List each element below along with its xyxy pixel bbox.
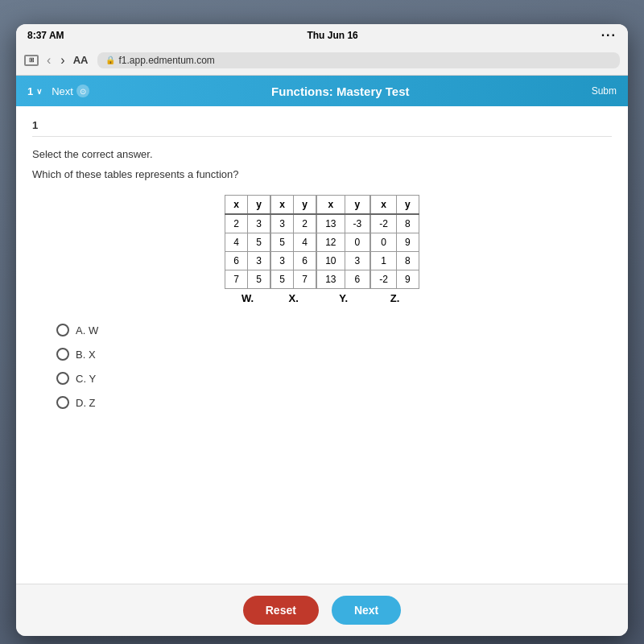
table-row: 32	[271, 214, 316, 233]
chevron-down-icon: ∨	[36, 87, 42, 96]
table-row: 13-3	[317, 214, 370, 233]
table-row: 23	[225, 214, 270, 233]
question-number: 1	[32, 119, 612, 137]
reset-button[interactable]: Reset	[243, 596, 319, 625]
submit-button[interactable]: Subm	[592, 85, 617, 97]
table-row: 63	[225, 252, 270, 270]
table-y-header-x: x	[317, 196, 345, 215]
table-z: x y -28 09 18 -29	[370, 195, 419, 289]
table-x-group: x y 32 54 36 57 X.	[270, 195, 316, 304]
table-w-header-y: y	[248, 196, 270, 215]
choice-d-label: D. Z	[76, 397, 96, 409]
choice-b[interactable]: B. X	[56, 348, 612, 361]
table-x-header-x: x	[271, 196, 294, 215]
question-text: Which of these tables represents a funct…	[32, 168, 612, 180]
radio-c[interactable]	[56, 372, 69, 385]
status-time-date: 8:37 AM	[27, 30, 64, 41]
table-z-group: x y -28 09 18 -29 Z.	[370, 195, 419, 304]
choice-c-label: C. Y	[76, 373, 96, 385]
status-bar: 8:37 AM Thu Jun 16 ···	[16, 24, 628, 47]
table-row: 09	[371, 233, 419, 252]
lock-icon: 🔒	[105, 56, 115, 64]
instruction-text: Select the correct answer.	[32, 148, 612, 160]
radio-d[interactable]	[56, 396, 69, 409]
table-row: 103	[317, 252, 370, 270]
table-row: 18	[371, 252, 419, 270]
tables-container: x y 23 45 63 75 W.	[32, 195, 612, 304]
table-y-group: x y 13-3 120 103 136 Y.	[316, 195, 370, 304]
tablet-frame: 8:37 AM Thu Jun 16 ··· ⊞ ‹ › AA 🔒 f1.app…	[16, 24, 628, 636]
table-w-header-x: x	[225, 196, 248, 215]
table-row: 75	[225, 270, 270, 289]
next-header-label: Next	[52, 85, 73, 97]
answer-choices: A. W B. X C. Y D. Z	[56, 324, 612, 409]
next-header-button[interactable]: Next ⊙	[52, 85, 89, 97]
tables-wrapper: x y 23 45 63 75 W.	[225, 195, 419, 304]
choice-c[interactable]: C. Y	[56, 372, 612, 385]
table-z-label: Z.	[390, 289, 400, 304]
table-z-header-y: y	[396, 196, 419, 215]
browser-chrome: ⊞ ‹ › AA 🔒 f1.app.edmentum.com	[16, 47, 628, 76]
radio-a[interactable]	[56, 324, 69, 336]
radio-b[interactable]	[56, 348, 69, 361]
next-circle-icon: ⊙	[76, 85, 89, 97]
table-x-header-y: y	[294, 196, 316, 215]
header-title: Functions: Mastery Test	[99, 85, 582, 98]
table-w-group: x y 23 45 63 75 W.	[225, 195, 270, 304]
status-date: Thu Jun 16	[307, 30, 357, 41]
back-button[interactable]: ‹	[45, 53, 52, 68]
table-x: x y 32 54 36 57	[270, 195, 316, 289]
desk-background: 8:37 AM Thu Jun 16 ··· ⊞ ‹ › AA 🔒 f1.app…	[0, 0, 644, 644]
url-bar[interactable]: 🔒 f1.app.edmentum.com	[97, 52, 620, 68]
table-row: -28	[371, 214, 419, 233]
tab-icon[interactable]: ⊞	[24, 55, 39, 66]
table-x-label: X.	[288, 289, 298, 304]
table-row: 54	[271, 233, 316, 252]
question-number-nav: 1	[27, 85, 33, 97]
table-w: x y 23 45 63 75	[225, 195, 270, 289]
table-row: 120	[317, 233, 370, 252]
table-row: 45	[225, 233, 270, 252]
table-row: 57	[271, 270, 316, 289]
table-y: x y 13-3 120 103 136	[316, 195, 370, 289]
table-w-label: W.	[242, 289, 254, 304]
choice-b-label: B. X	[76, 349, 96, 361]
choice-a[interactable]: A. W	[56, 324, 612, 336]
content-area: 1 Select the correct answer. Which of th…	[16, 106, 628, 584]
table-y-label: Y.	[339, 289, 348, 304]
status-dots: ···	[601, 28, 617, 43]
url-text: f1.app.edmentum.com	[118, 55, 214, 66]
table-row: -29	[371, 270, 419, 289]
app-header: 1 ∨ Next ⊙ Functions: Mastery Test Subm	[16, 76, 628, 106]
question-nav[interactable]: 1 ∨	[27, 85, 42, 97]
aa-label[interactable]: AA	[73, 54, 89, 66]
next-button[interactable]: Next	[332, 596, 401, 625]
table-z-header-x: x	[371, 196, 397, 215]
bottom-buttons-bar: Reset Next	[16, 584, 628, 636]
forward-button[interactable]: ›	[59, 53, 66, 68]
choice-a-label: A. W	[76, 324, 98, 336]
choice-d[interactable]: D. Z	[56, 396, 612, 409]
table-row: 136	[317, 270, 370, 289]
table-row: 36	[271, 252, 316, 270]
table-y-header-y: y	[345, 196, 370, 215]
